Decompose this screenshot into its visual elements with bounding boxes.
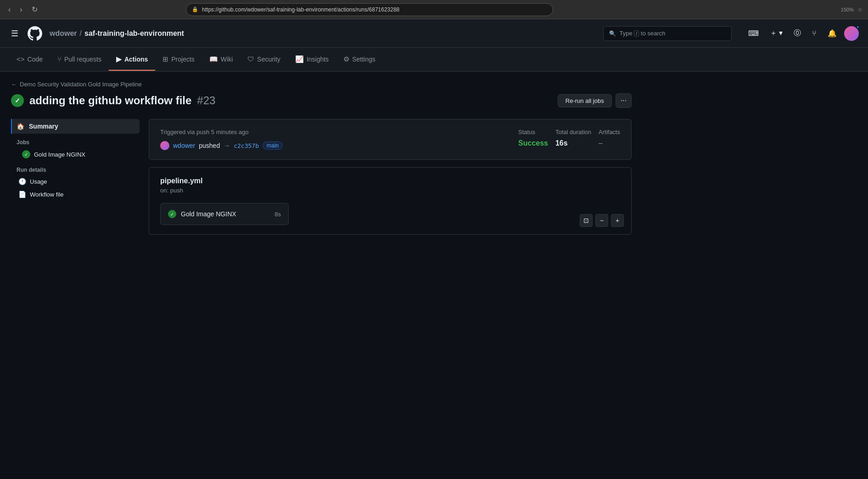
sidebar-job-name: Gold Image NGINX xyxy=(34,151,85,158)
pipeline-filename: pipeline.yml xyxy=(160,177,620,185)
nav-settings[interactable]: ⚙ Settings xyxy=(336,49,383,71)
pusher-name[interactable]: wdower xyxy=(173,142,195,149)
nav-insights[interactable]: 📈 Insights xyxy=(288,49,336,71)
nav-code-label: Code xyxy=(28,56,43,63)
url-text: https://github.com/wdower/saf-training-l… xyxy=(202,6,399,13)
pull-requests-button[interactable]: ⑂ xyxy=(808,27,820,40)
sidebar-summary-label: Summary xyxy=(29,123,58,130)
sidebar-item-summary[interactable]: 🏠 Summary xyxy=(11,119,140,134)
main-panel: Triggered via push 5 minutes ago wdower … xyxy=(149,119,632,235)
run-success-icon: ✓ xyxy=(11,94,24,107)
branch-badge[interactable]: main xyxy=(263,141,283,150)
nav-wiki[interactable]: 📖 Wiki xyxy=(202,49,240,71)
sidebar-job-gold-image-nginx[interactable]: ✓ Gold Image NGINX xyxy=(11,147,140,161)
commit-hash[interactable]: c2c357b xyxy=(234,142,259,149)
repo-nav: <> Code ⑂ Pull requests ▶ Actions ⊞ Proj… xyxy=(0,48,868,72)
github-logo xyxy=(28,26,42,41)
sidebar-usage[interactable]: 🕐 Usage xyxy=(11,175,140,188)
nav-projects-label: Projects xyxy=(171,56,195,63)
run-breadcrumb[interactable]: ← Demo Security Validation Gold Image Pi… xyxy=(11,81,632,88)
summary-duration-col: Total duration 16s xyxy=(555,129,591,147)
nav-actions-label: Actions xyxy=(124,56,148,63)
artifacts-label: Artifacts xyxy=(599,129,620,135)
zoom-out-button[interactable]: − xyxy=(595,214,608,227)
fit-to-screen-button[interactable]: ⊡ xyxy=(580,214,593,227)
push-arrow: → xyxy=(224,142,230,149)
summary-trigger-text: Triggered via push 5 minutes ago xyxy=(160,129,511,135)
create-button[interactable]: ＋ ▾ xyxy=(766,26,786,41)
nav-insights-label: Insights xyxy=(307,56,329,63)
notification-dot xyxy=(856,25,860,29)
pusher-avatar xyxy=(160,141,169,150)
back-button[interactable]: ‹ xyxy=(6,4,13,16)
nav-pull-requests[interactable]: ⑂ Pull requests xyxy=(50,49,109,70)
nav-projects[interactable]: ⊞ Projects xyxy=(155,49,202,71)
notifications-button[interactable]: 🔔 xyxy=(824,26,840,40)
github-header: ☰ wdower / saf-training-lab-environment … xyxy=(0,19,868,48)
code-icon: <> xyxy=(17,55,25,63)
sidebar-jobs-section: Jobs xyxy=(11,134,140,147)
push-word: pushed xyxy=(199,142,220,149)
status-label: Status xyxy=(518,129,548,135)
pull-request-icon: ⑂ xyxy=(57,55,62,63)
zoom-level: 150% xyxy=(841,7,854,12)
nav-pull-requests-label: Pull requests xyxy=(64,56,101,63)
more-options-button[interactable]: ··· xyxy=(616,93,632,108)
sidebar-run-details-section: Run details xyxy=(11,161,140,175)
main-layout: 🏠 Summary Jobs ✓ Gold Image NGINX Run de… xyxy=(11,119,632,235)
pipeline-trigger: on: push xyxy=(160,187,620,194)
breadcrumb-pipeline-name: Demo Security Validation Gold Image Pipe… xyxy=(20,81,142,88)
sidebar-usage-label: Usage xyxy=(30,178,47,185)
nav-code[interactable]: <> Code xyxy=(9,49,50,70)
page-content: ← Demo Security Validation Gold Image Pi… xyxy=(0,72,643,244)
bookmark-icon[interactable]: ☆ xyxy=(857,6,862,13)
clock-icon: 🕐 xyxy=(18,178,26,185)
sidebar-workflow-file[interactable]: 📄 Workflow file xyxy=(11,188,140,201)
pipeline-controls: ⊡ − + xyxy=(580,214,624,227)
duration-label: Total duration xyxy=(555,129,591,135)
status-value: Success xyxy=(518,139,548,147)
breadcrumb-separator: / xyxy=(80,29,82,38)
insights-icon: 📈 xyxy=(295,55,304,63)
address-bar[interactable]: 🔒 https://github.com/wdower/saf-training… xyxy=(186,3,553,16)
breadcrumb-user[interactable]: wdower xyxy=(50,29,77,38)
pipeline-job-box[interactable]: ✓ Gold Image NGINX 8s xyxy=(160,203,289,225)
issues-button[interactable]: ⓪ xyxy=(790,26,805,41)
pipeline-job-duration: 8s xyxy=(274,211,281,218)
nav-security-label: Security xyxy=(257,56,280,63)
run-title-buttons: Re-run all jobs ··· xyxy=(558,93,632,108)
repo-breadcrumb: wdower / saf-training-lab-environment xyxy=(50,29,184,38)
summary-artifacts-col: Artifacts – xyxy=(599,129,620,147)
nav-security[interactable]: 🛡 Security xyxy=(240,49,288,70)
zoom-in-button[interactable]: + xyxy=(611,214,624,227)
browser-right-controls: 150% ☆ xyxy=(841,6,862,13)
pipeline-job-success-icon: ✓ xyxy=(168,210,176,218)
reload-button[interactable]: ↻ xyxy=(29,3,40,16)
breadcrumb-repo[interactable]: saf-training-lab-environment xyxy=(84,29,184,38)
pipeline-job-name: Gold Image NGINX xyxy=(181,210,270,218)
nav-settings-label: Settings xyxy=(352,56,375,63)
run-title: ✓ adding the github workflow file #23 xyxy=(11,94,215,107)
header-actions: ⌨ ＋ ▾ ⓪ ⑂ 🔔 xyxy=(745,26,859,41)
run-title-row: ✓ adding the github workflow file #23 Re… xyxy=(11,93,632,108)
search-icon: 🔍 xyxy=(609,30,616,37)
breadcrumb-arrow: ← xyxy=(11,81,17,88)
hamburger-button[interactable]: ☰ xyxy=(9,27,20,40)
run-title-text: adding the github workflow file xyxy=(29,94,191,107)
summary-status-col: Status Success xyxy=(518,129,548,147)
summary-push-row: wdower pushed → c2c357b main xyxy=(160,141,511,150)
wiki-icon: 📖 xyxy=(209,55,218,63)
sidebar-workflow-file-label: Workflow file xyxy=(30,191,63,198)
nav-actions[interactable]: ▶ Actions xyxy=(109,49,155,71)
summary-grid: Triggered via push 5 minutes ago wdower … xyxy=(160,129,620,150)
forward-button[interactable]: › xyxy=(17,4,25,16)
avatar[interactable] xyxy=(844,26,859,41)
security-icon: 🛡 xyxy=(247,55,254,63)
terminal-button[interactable]: ⌨ xyxy=(745,26,762,40)
search-box[interactable]: 🔍 Type / to search xyxy=(603,26,732,41)
job-success-icon: ✓ xyxy=(22,150,30,158)
rerun-all-jobs-button[interactable]: Re-run all jobs xyxy=(558,94,612,107)
settings-icon: ⚙ xyxy=(343,55,349,63)
artifacts-value: – xyxy=(599,139,620,147)
home-icon: 🏠 xyxy=(17,123,24,130)
